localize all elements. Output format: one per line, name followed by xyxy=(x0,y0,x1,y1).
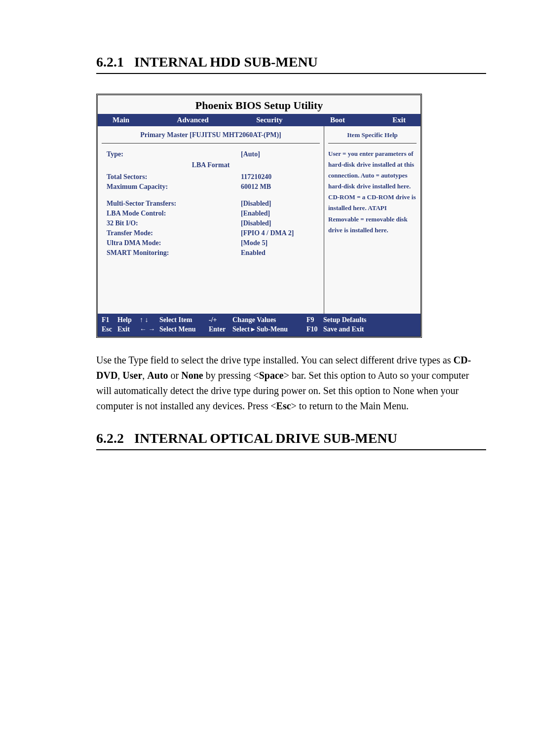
help-title: Item Specific Help xyxy=(328,131,417,144)
section-title: INTERNAL OPTICAL DRIVE SUB-MENU xyxy=(134,431,397,446)
key-esc: Esc xyxy=(102,325,117,333)
bios-utility-title: Phoenix BIOS Setup Utility xyxy=(98,95,420,114)
tab-main[interactable]: Main xyxy=(113,116,129,124)
field-label: Transfer Mode: xyxy=(107,229,241,237)
field-value: 60012 MB xyxy=(241,183,315,191)
key-f10: F10 xyxy=(306,325,323,333)
key-f1: F1 xyxy=(102,316,117,324)
section-heading-621: 6.2.1 INTERNAL HDD SUB-MENU xyxy=(96,54,486,74)
field-label: SMART Monitoring: xyxy=(107,249,241,257)
section-number: 6.2.2 xyxy=(96,431,124,446)
bios-help-pane: Item Specific Help User = you enter para… xyxy=(324,126,420,314)
field-label: Multi-Sector Transfers: xyxy=(107,200,241,208)
bold-user: User xyxy=(122,370,142,381)
text: , xyxy=(142,370,147,381)
field-lba-mode[interactable]: LBA Mode Control: [Enabled] xyxy=(102,209,320,218)
bios-left-title: Primary Master [FUJITSU MHT2060AT-(PM)] xyxy=(102,131,320,144)
field-value: [Mode 5] xyxy=(241,239,315,247)
bold-space: Space xyxy=(259,370,284,381)
bios-left-pane: Primary Master [FUJITSU MHT2060AT-(PM)] … xyxy=(98,126,324,314)
field-value: Enabled xyxy=(241,249,315,257)
field-multi-sector[interactable]: Multi-Sector Transfers: [Disabled] xyxy=(102,199,320,209)
text: , xyxy=(117,370,122,381)
action-select-submenu: Select ▸ Sub-Menu xyxy=(232,325,306,333)
field-value: [Disabled] xyxy=(241,219,315,227)
field-32bit-io[interactable]: 32 Bit I/O: [Disabled] xyxy=(102,218,320,228)
field-value: [Disabled] xyxy=(241,200,315,208)
field-transfer-mode[interactable]: Transfer Mode: [FPIO 4 / DMA 2] xyxy=(102,228,320,238)
bios-footer: F1 Help ↑ ↓ Select Item -/+ Change Value… xyxy=(98,314,420,336)
action-select-menu: Select Menu xyxy=(159,325,209,333)
action-save-exit: Save and Exit xyxy=(323,325,417,333)
field-label: LBA Mode Control: xyxy=(107,210,241,217)
bios-body: Primary Master [FUJITSU MHT2060AT-(PM)] … xyxy=(98,126,420,314)
bios-screenshot: Phoenix BIOS Setup Utility Main Advanced… xyxy=(96,94,422,338)
text: > to return to the Main Menu. xyxy=(291,400,409,411)
field-label: Type: xyxy=(107,150,241,158)
arrows-updown-icon: ↑ ↓ xyxy=(140,316,159,324)
action-help: Help xyxy=(117,316,140,324)
arrows-leftright-icon: ← → xyxy=(140,325,159,333)
bold-none: None xyxy=(181,370,203,381)
key-enter: Enter xyxy=(209,325,232,333)
bold-auto: Auto xyxy=(147,370,168,381)
section-title: INTERNAL HDD SUB-MENU xyxy=(134,54,318,70)
field-smart: SMART Monitoring: Enabled xyxy=(102,248,320,258)
tab-advanced[interactable]: Advanced xyxy=(177,116,209,124)
tab-security[interactable]: Security xyxy=(256,116,282,124)
bios-menubar: Main Advanced Security Boot Exit xyxy=(98,114,420,126)
field-value: [Enabled] xyxy=(241,210,315,217)
field-label: 32 Bit I/O: xyxy=(107,219,241,227)
text: Use the Type field to select the drive t… xyxy=(96,355,454,365)
field-value: [Auto] xyxy=(241,150,315,158)
lba-format-heading: LBA Format xyxy=(102,159,320,172)
field-total-sectors: Total Sectors: 117210240 xyxy=(102,172,320,182)
field-label: Total Sectors: xyxy=(107,173,241,181)
section-number: 6.2.1 xyxy=(96,54,124,70)
bold-esc: Esc xyxy=(276,400,291,411)
action-setup-defaults: Setup Defaults xyxy=(323,316,417,324)
help-text: User = you enter parameters of hard-disk… xyxy=(328,148,417,236)
action-select-item: Select Item xyxy=(159,316,209,324)
field-label: Maximum Capacity: xyxy=(107,183,241,191)
text: by pressing < xyxy=(203,370,259,381)
action-change-values: Change Values xyxy=(232,316,306,324)
section-heading-622: 6.2.2 INTERNAL OPTICAL DRIVE SUB-MENU xyxy=(96,431,486,450)
key-plusminus: -/+ xyxy=(209,316,232,324)
tab-boot[interactable]: Boot xyxy=(330,116,345,124)
key-f9: F9 xyxy=(306,316,323,324)
spacer xyxy=(102,192,320,199)
field-max-capacity: Maximum Capacity: 60012 MB xyxy=(102,182,320,192)
body-paragraph: Use the Type field to select the drive t… xyxy=(96,353,486,414)
field-type[interactable]: Type: [Auto] xyxy=(102,149,320,159)
action-exit: Exit xyxy=(117,325,140,333)
tab-exit[interactable]: Exit xyxy=(392,116,406,124)
field-value: [FPIO 4 / DMA 2] xyxy=(241,229,315,237)
field-label: Ultra DMA Mode: xyxy=(107,239,241,247)
field-value: 117210240 xyxy=(241,173,315,181)
field-ultra-dma[interactable]: Ultra DMA Mode: [Mode 5] xyxy=(102,238,320,248)
text: or xyxy=(168,370,182,381)
